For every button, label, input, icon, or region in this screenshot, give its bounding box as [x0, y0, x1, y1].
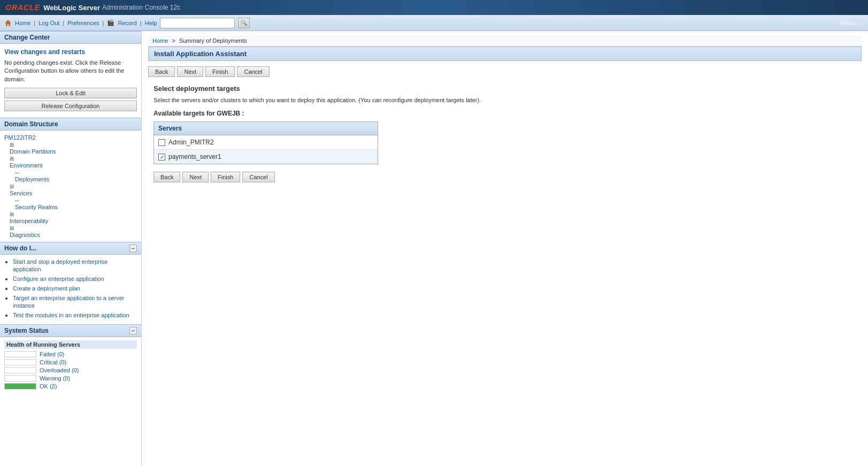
breadcrumb-home[interactable]: Home [152, 37, 168, 44]
servers-table: Servers Admin_PMITR2 ✓ payments_server1 [153, 121, 378, 164]
list-item: Test the modules in an enterprise applic… [13, 311, 137, 319]
back-button-top[interactable]: Back [148, 66, 175, 77]
search-button[interactable]: 🔍 [238, 18, 250, 28]
release-config-button[interactable]: Release Configuration [4, 101, 137, 111]
domain-partitions-link[interactable]: Domain Partitions [10, 148, 137, 155]
how-do-i-link-5[interactable]: Test the modules in an enterprise applic… [13, 312, 129, 318]
environment-link[interactable]: Environment [10, 162, 137, 169]
list-item: Configure an enterprise application [13, 275, 137, 282]
logout-link[interactable]: Log Out [39, 20, 59, 26]
record-icon: 🎬 [107, 19, 114, 26]
health-ok-link[interactable]: OK (2) [40, 383, 57, 389]
nav-sep4: | [140, 20, 142, 26]
health-failed-link[interactable]: Failed (0) [40, 351, 64, 357]
svg-marker-0 [5, 20, 11, 26]
health-bar-warning-container [4, 375, 36, 381]
domain-structure-header: Domain Structure [0, 118, 141, 131]
health-overloaded-link[interactable]: Overloaded (0) [40, 367, 79, 373]
health-warning-link[interactable]: Warning (0) [40, 375, 70, 381]
interoperability-link[interactable]: Interoperability [10, 218, 137, 224]
server-name-admin: Admin_PMITR2 [168, 139, 214, 146]
how-do-i-header: How do I... − [0, 242, 141, 255]
nav-bar: Home | Log Out | Preferences | 🎬 Record … [0, 15, 868, 31]
tree-item-environment[interactable]: ⊞ Environment [4, 155, 137, 169]
select-deployment-desc: Select the servers and/or clusters to wh… [153, 97, 856, 103]
lock-edit-button[interactable]: Lock & Edit [4, 88, 137, 98]
services-link[interactable]: Services [10, 190, 137, 196]
tree-item-domain-partitions[interactable]: ⊞ Domain Partitions [4, 141, 137, 155]
change-center: View changes and restarts No pending cha… [0, 44, 141, 118]
health-critical-link[interactable]: Critical (0) [40, 359, 66, 365]
next-button-top[interactable]: Next [177, 66, 203, 77]
system-status-section: Health of Running Servers Failed (0) Cri… [0, 337, 141, 394]
domain-root-link[interactable]: PM122ITR2 [4, 134, 137, 141]
domain-structure: PM122ITR2 ⊞ Domain Partitions ⊞ Environm… [0, 131, 141, 242]
change-center-header: Change Center [0, 31, 141, 44]
how-do-i-link-1[interactable]: Start and stop a deployed enterprise app… [13, 258, 107, 272]
help-link[interactable]: Help [145, 20, 157, 26]
finish-button-bottom[interactable]: Finish [211, 172, 240, 182]
tree-item-services[interactable]: ⊞ Services [4, 183, 137, 196]
tree-item-deployments[interactable]: -- Deployments [4, 169, 137, 182]
tree-item-interoperability[interactable]: ⊞ Interoperability [4, 211, 137, 224]
deployments-link[interactable]: Deployments [15, 176, 137, 182]
diagnostics-link[interactable]: Diagnostics [10, 232, 137, 238]
tree-item-diagnostics[interactable]: ⊞ Diagnostics [4, 225, 137, 238]
system-status-header: System Status − [0, 324, 141, 337]
search-input[interactable] [160, 18, 235, 28]
welcome-text: Welco... [840, 20, 862, 26]
home-icon [4, 19, 12, 27]
cancel-button-bottom[interactable]: Cancel [242, 172, 274, 182]
health-bar-ok-container [4, 383, 36, 389]
breadcrumb-current: Summary of Deployments [179, 37, 247, 44]
change-center-desc: No pending changes exist. Click the Rele… [4, 59, 137, 83]
tree-item-security-realms[interactable]: -- Security Realms [4, 197, 137, 210]
servers-table-header: Servers [154, 122, 378, 135]
nav-sep2: | [63, 20, 64, 26]
how-do-i-list: Start and stop a deployed enterprise app… [4, 258, 137, 319]
how-do-i-link-3[interactable]: Create a deployment plan [13, 285, 80, 292]
app-title: WebLogic Server [43, 4, 100, 12]
select-deployment-title: Select deployment targets [153, 85, 856, 93]
breadcrumb: Home > Summary of Deployments [148, 35, 862, 47]
install-assistant-header: Install Application Assistant [148, 47, 862, 61]
cancel-button-top[interactable]: Cancel [237, 66, 269, 77]
health-bar-failed-container [4, 351, 36, 357]
health-row-ok: OK (2) [4, 383, 137, 389]
bottom-button-group: Back Next Finish Cancel [148, 172, 862, 182]
home-link[interactable]: Home [15, 20, 30, 26]
available-targets-label: Available targets for GWEJB : [153, 110, 856, 117]
list-item: Create a deployment plan [13, 285, 137, 292]
preferences-link[interactable]: Preferences [67, 20, 99, 26]
server-checkbox-admin[interactable] [158, 139, 165, 146]
breadcrumb-separator: > [172, 37, 175, 44]
finish-button-top[interactable]: Finish [205, 66, 235, 77]
list-item: Target an enterprise application to a se… [13, 294, 137, 309]
health-row-warning: Warning (0) [4, 375, 137, 381]
nav-sep1: | [34, 20, 35, 26]
how-do-i-link-2[interactable]: Configure an enterprise application [13, 276, 104, 282]
app-subtitle: Administration Console 12c [102, 4, 180, 11]
back-button-bottom[interactable]: Back [153, 172, 180, 182]
deployment-target-section: Select deployment targets Select the ser… [148, 85, 862, 164]
health-bar-overloaded-container [4, 367, 36, 373]
server-name-payments: payments_server1 [168, 153, 221, 161]
how-do-i-collapse-btn[interactable]: − [129, 245, 137, 252]
top-header: ORACLE WebLogic Server Administration Co… [0, 0, 868, 15]
health-row-overloaded: Overloaded (0) [4, 367, 137, 373]
how-do-i-link-4[interactable]: Target an enterprise application to a se… [13, 295, 125, 309]
server-row-payments: ✓ payments_server1 [154, 150, 378, 164]
health-row-critical: Critical (0) [4, 359, 137, 365]
server-checkbox-payments[interactable]: ✓ [158, 154, 165, 161]
view-changes-link[interactable]: View changes and restarts [4, 48, 137, 56]
health-bar-critical-container [4, 359, 36, 365]
main-layout: Change Center View changes and restarts … [0, 31, 868, 466]
health-row-failed: Failed (0) [4, 351, 137, 357]
next-button-bottom[interactable]: Next [182, 172, 209, 182]
system-status-collapse-btn[interactable]: − [129, 327, 137, 334]
record-link[interactable]: Record [118, 20, 136, 26]
how-do-i-section: Start and stop a deployed enterprise app… [0, 255, 141, 324]
sidebar: Change Center View changes and restarts … [0, 31, 142, 466]
list-item: Start and stop a deployed enterprise app… [13, 258, 137, 273]
security-realms-link[interactable]: Security Realms [15, 204, 137, 210]
